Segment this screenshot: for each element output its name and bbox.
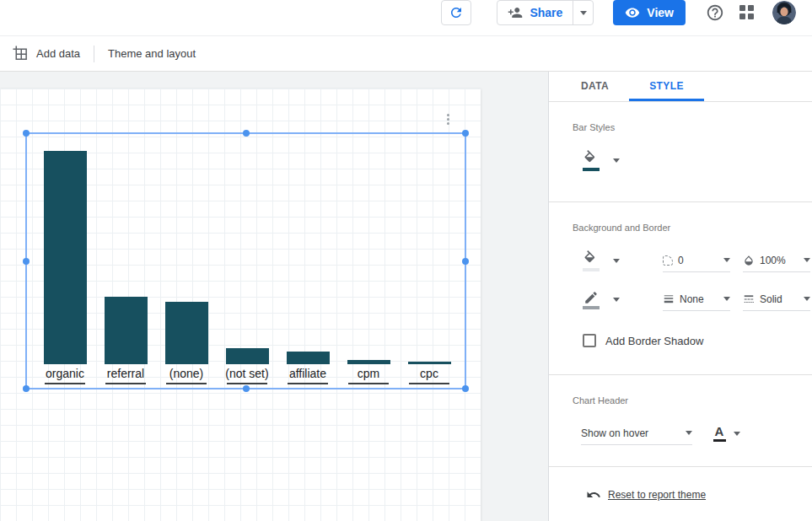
tab-style[interactable]: STYLE [629,72,704,101]
opacity-select[interactable]: 100% [743,250,810,272]
bar-column: (none) [156,151,217,384]
share-dropdown-arrow[interactable] [573,1,593,24]
toolbar-divider [94,46,94,62]
bar-chart[interactable]: organicreferral(none)(not set)affiliatec… [35,151,460,384]
edit-toolbar: Add data Theme and layout [0,36,812,72]
bar-column: organic [35,151,95,384]
bar-category-label: affiliate [289,366,326,381]
resize-handle-top-right[interactable] [462,130,469,137]
bar-color-picker[interactable] [581,150,621,171]
bar-category-label: (none) [169,366,203,381]
axis-baseline-segment [105,383,146,384]
help-button[interactable] [705,0,725,25]
chevron-down-icon [723,297,730,301]
person-add-icon [508,5,523,20]
help-icon [706,3,724,22]
tab-data[interactable]: DATA [561,72,629,101]
chart-header-title: Chart Header [573,395,812,406]
add-data-button[interactable]: Add data [13,46,80,62]
chevron-down-icon [804,297,810,301]
chevron-down-icon [734,432,740,436]
bar-column: cpc [399,151,460,384]
resize-handle-top-left[interactable] [23,130,30,137]
resize-handle-middle-right[interactable] [462,258,469,265]
border-weight-value: None [680,293,718,305]
background-color-picker[interactable] [581,250,621,271]
theme-and-layout-button[interactable]: Theme and layout [108,47,196,60]
opacity-value: 100% [760,255,799,266]
border-weight-select[interactable]: None [663,288,730,311]
chevron-down-icon [613,259,620,263]
properties-panel: DATA STYLE Bar Styles Background and Bor… [548,72,812,521]
refresh-icon [449,5,464,20]
corner-radius-select[interactable]: 0 [663,250,730,272]
share-button-label: Share [530,6,562,19]
share-button[interactable]: Share [497,0,594,25]
panel-tabs: DATA STYLE [549,72,812,102]
resize-handle-bottom-middle[interactable] [243,385,250,392]
section-background-border: Background and Border 0 [549,202,812,375]
avatar[interactable] [772,1,796,24]
bar [287,352,330,364]
axis-baseline-segment [348,383,389,384]
bar-column: referral [95,151,156,384]
resize-handle-bottom-left[interactable] [23,385,30,392]
paint-bucket-icon [583,150,600,167]
chevron-down-icon [580,11,587,15]
paint-bucket-icon [583,250,600,267]
bar-category-label: cpm [358,366,379,381]
bar [105,297,148,364]
add-data-label: Add data [36,47,80,60]
eye-icon [625,5,640,20]
add-data-icon [13,46,29,62]
font-color-letter: A [715,425,724,438]
chart-overflow-menu-icon[interactable] [442,114,454,125]
apps-launcher-button[interactable] [738,0,756,25]
resize-handle-middle-left[interactable] [23,258,30,265]
bar [347,360,390,364]
view-button-label: View [647,6,674,19]
view-button[interactable]: View [613,0,686,25]
chevron-down-icon [804,258,810,262]
add-border-shadow-option[interactable]: Add Border Shadow [583,334,812,347]
reset-row: Reset to report theme [549,467,812,502]
border-style-value: Solid [760,293,799,305]
border-shadow-checkbox[interactable] [583,334,596,347]
section-bar-styles: Bar Styles [549,102,812,202]
share-button-main[interactable]: Share [497,1,573,24]
chevron-down-icon [613,298,620,302]
resize-handle-top-middle[interactable] [243,130,250,137]
border-color-swatch [583,306,600,309]
theme-and-layout-label: Theme and layout [108,47,196,60]
axis-baseline-segment [45,383,85,384]
bar-column: cpm [338,151,399,384]
app-header: Share View [0,0,812,36]
bar [44,151,87,364]
axis-baseline-segment [288,383,328,384]
chart-header-visibility-value: Show on hover [581,427,680,439]
chevron-down-icon [613,158,620,163]
header-font-color-picker[interactable]: A [713,425,740,442]
undo-icon [586,487,601,502]
apps-grid-icon [739,5,755,20]
background-color-swatch [583,268,600,271]
axis-baseline-segment [409,383,449,384]
border-color-picker[interactable] [581,290,621,309]
bar-column: (not set) [217,151,277,384]
axis-baseline-segment [227,383,267,384]
font-color-swatch [713,439,726,442]
bar-column: affiliate [277,151,338,384]
chart-header-visibility-select[interactable]: Show on hover [581,422,692,445]
report-canvas[interactable]: organicreferral(none)(not set)affiliatec… [0,89,481,521]
resize-handle-bottom-right[interactable] [462,385,469,392]
opacity-droplet-icon [743,255,755,266]
bar [226,348,269,364]
border-style-select[interactable]: Solid [743,288,810,311]
line-style-icon [743,293,755,305]
bar-styles-title: Bar Styles [573,122,812,132]
corner-radius-icon [663,255,673,266]
section-chart-header: Chart Header Show on hover A [549,375,812,467]
workspace: organicreferral(none)(not set)affiliatec… [0,72,548,521]
reset-to-report-theme-link[interactable]: Reset to report theme [608,489,706,501]
refresh-button[interactable] [441,0,471,25]
